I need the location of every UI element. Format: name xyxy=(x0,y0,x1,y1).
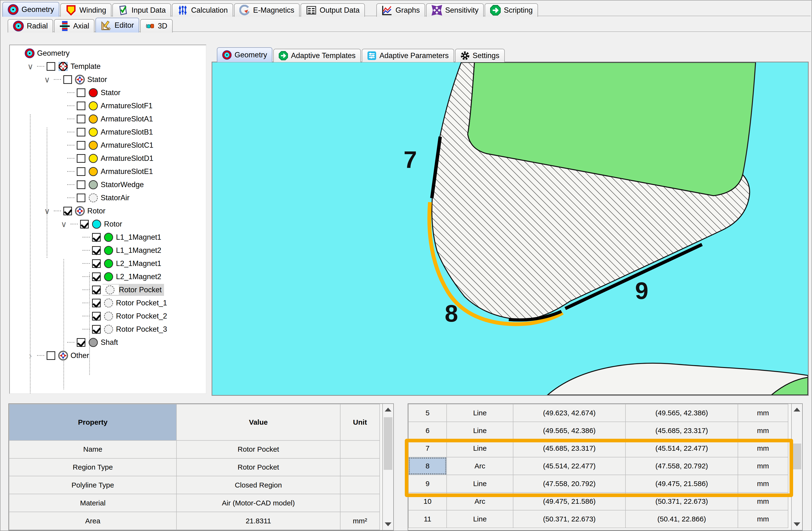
segment-type[interactable]: Line xyxy=(447,440,513,457)
tab-winding[interactable]: Winding xyxy=(60,3,112,17)
tree-item-l2-1magnet2[interactable]: L2_1Magnet2 xyxy=(10,270,206,283)
checkbox[interactable] xyxy=(47,62,55,71)
segment-end[interactable]: (50.41, 22.866) xyxy=(625,510,738,528)
segment-index[interactable]: 6 xyxy=(408,422,447,440)
checkbox[interactable] xyxy=(92,272,101,281)
segment-index[interactable]: 9 xyxy=(408,475,447,492)
checkbox[interactable] xyxy=(77,167,85,176)
tree-item-rotor-pocket-3[interactable]: Rotor Pocket_3 xyxy=(10,323,206,336)
segment-end[interactable]: (50.371, 22.673) xyxy=(625,492,738,510)
tree-item-armatureslotb1[interactable]: ArmatureSlotB1 xyxy=(10,126,206,138)
segment-type[interactable]: Line xyxy=(447,510,513,528)
segment-end[interactable]: (49.475, 21.586) xyxy=(625,475,738,492)
segment-index[interactable]: 11 xyxy=(408,510,447,528)
segment-unit[interactable]: mm xyxy=(738,404,788,422)
tab-emagnetics[interactable]: E-Magnetics xyxy=(234,3,300,17)
tree-item-l1-1magnet2[interactable]: L1_1Magnet2 xyxy=(10,244,206,257)
property-value[interactable]: 21.8311 xyxy=(176,512,340,530)
tab-geometry[interactable]: Geometry xyxy=(2,2,59,17)
segment-index[interactable]: 10 xyxy=(408,492,447,510)
segment-unit[interactable]: mm xyxy=(738,510,788,528)
tree-item-template[interactable]: ∨ Template xyxy=(10,60,206,73)
expander-icon[interactable]: ∨ xyxy=(40,75,54,84)
checkbox[interactable] xyxy=(63,207,72,215)
tree-item-rotor-pocket-2[interactable]: Rotor Pocket_2 xyxy=(10,309,206,323)
segment-unit[interactable]: mm xyxy=(738,440,788,457)
checkbox[interactable] xyxy=(77,194,85,202)
checkbox[interactable] xyxy=(92,325,101,334)
scroll-up-icon[interactable] xyxy=(383,404,393,415)
tab-radial[interactable]: Radial xyxy=(8,19,53,32)
tab-output-data[interactable]: Output Data xyxy=(301,3,365,17)
segment-start[interactable]: (49.623, 42.674) xyxy=(513,404,625,422)
tree-item-rotor-pocket-1[interactable]: Rotor Pocket_1 xyxy=(10,296,206,309)
checkbox[interactable] xyxy=(77,141,85,150)
tree-item-armatureslote1[interactable]: ArmatureSlotE1 xyxy=(10,165,206,178)
segment-index[interactable]: 5 xyxy=(408,404,447,422)
segment-type[interactable]: Arc xyxy=(447,457,513,475)
tab-settings[interactable]: Settings xyxy=(455,49,505,62)
tree-item-armatureslotf1[interactable]: ArmatureSlotF1 xyxy=(10,99,206,112)
checkbox[interactable] xyxy=(92,299,101,307)
expander-icon[interactable]: › xyxy=(24,352,37,360)
tab-calculation[interactable]: Calculation xyxy=(172,3,233,17)
segment-type[interactable]: Line xyxy=(447,475,513,492)
tab-graphs[interactable]: Graphs xyxy=(376,3,425,17)
segment-end[interactable]: (45.514, 22.477) xyxy=(625,440,738,457)
tab-canvas-geometry[interactable]: Geometry xyxy=(217,47,272,62)
segment-start[interactable]: (47.558, 20.792) xyxy=(513,475,625,492)
checkbox[interactable] xyxy=(63,75,72,84)
segment-end[interactable]: (45.685, 23.317) xyxy=(625,422,738,440)
tree-item-l1-1magnet1[interactable]: L1_1Magnet1 xyxy=(10,231,206,244)
tree-item-l2-1magnet1[interactable]: L2_1Magnet1 xyxy=(10,257,206,270)
property-value[interactable]: Rotor Pocket xyxy=(176,440,340,458)
tab-axial[interactable]: Axial xyxy=(54,19,95,32)
checkbox[interactable] xyxy=(92,246,101,255)
segment-start[interactable]: (49.475, 21.586) xyxy=(513,492,625,510)
checkbox[interactable] xyxy=(92,233,101,241)
tree-item-shaft[interactable]: Shaft xyxy=(10,336,206,349)
scroll-up-icon[interactable] xyxy=(792,404,802,415)
checkbox[interactable] xyxy=(77,154,85,163)
checkbox[interactable] xyxy=(92,259,101,268)
expander-icon[interactable]: ∨ xyxy=(24,62,37,71)
checkbox[interactable] xyxy=(77,88,85,97)
segment-unit[interactable]: mm xyxy=(738,492,788,510)
scrollbar-thumb[interactable] xyxy=(384,417,392,470)
segment-start[interactable]: (50.371, 22.673) xyxy=(513,510,625,528)
segment-start[interactable]: (49.565, 42.386) xyxy=(513,422,625,440)
property-value[interactable]: Air (Motor-CAD model) xyxy=(176,494,340,512)
tree-item-armatureslota1[interactable]: ArmatureSlotA1 xyxy=(10,112,206,126)
checkbox[interactable] xyxy=(77,128,85,136)
property-value[interactable]: Closed Region xyxy=(176,476,340,494)
expander-icon[interactable]: ∨ xyxy=(40,207,54,215)
tree-item-armatureslotc1[interactable]: ArmatureSlotC1 xyxy=(10,138,206,152)
checkbox[interactable] xyxy=(77,115,85,123)
segment-start[interactable]: (45.685, 23.317) xyxy=(513,440,625,457)
tree-item-statorwedge[interactable]: StatorWedge xyxy=(10,178,206,191)
tree-item-rotor-pocket[interactable]: Rotor Pocket xyxy=(10,283,206,296)
tree-item-rotor[interactable]: ∨ Rotor xyxy=(10,218,206,231)
property-value[interactable]: Rotor Pocket xyxy=(176,458,340,476)
tree-item-statorair[interactable]: StatorAir xyxy=(10,191,206,204)
segment-end[interactable]: (49.565, 42.386) xyxy=(625,404,738,422)
scroll-down-icon[interactable] xyxy=(383,519,393,530)
scrollbar-thumb[interactable] xyxy=(793,444,801,469)
checkbox[interactable] xyxy=(77,338,85,347)
tab-input-data[interactable]: Input Data xyxy=(112,3,171,17)
tab-3d[interactable]: 3D xyxy=(140,19,173,32)
checkbox[interactable] xyxy=(77,180,85,189)
checkbox[interactable] xyxy=(77,102,85,110)
geometry-canvas[interactable]: 7 8 9 xyxy=(212,62,809,396)
tree-item-geometry-root[interactable]: Geometry xyxy=(10,47,206,60)
property-scrollbar[interactable] xyxy=(382,404,393,530)
tree-item-stator-group[interactable]: ∨ Stator xyxy=(10,73,206,86)
tab-editor[interactable]: Editor xyxy=(96,18,139,32)
expander-icon[interactable]: ∨ xyxy=(57,220,71,228)
segment-unit[interactable]: mm xyxy=(738,422,788,440)
segment-scrollbar[interactable] xyxy=(791,404,802,530)
segment-unit[interactable]: mm xyxy=(738,475,788,492)
segment-end[interactable]: (47.558, 20.792) xyxy=(625,457,738,475)
segment-type[interactable]: Line xyxy=(447,422,513,440)
tab-scripting[interactable]: Scripting xyxy=(485,3,538,17)
